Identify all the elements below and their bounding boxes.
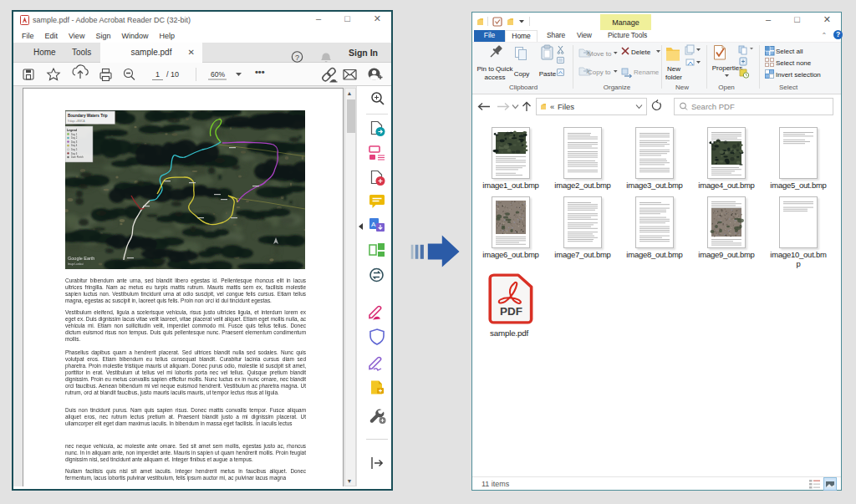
- svg-text:«: «: [550, 102, 554, 111]
- svg-text:Day 5: Day 5: [71, 148, 78, 151]
- svg-text:60%: 60%: [211, 70, 225, 79]
- svg-text:Clipboard: Clipboard: [509, 84, 538, 91]
- svg-text:Day 1: Day 1: [71, 133, 78, 136]
- svg-text:New: New: [667, 65, 680, 73]
- svg-text:?: ?: [295, 53, 299, 62]
- svg-text:Paste: Paste: [539, 70, 557, 78]
- svg-text:Rename: Rename: [634, 69, 660, 76]
- svg-text:Boundary Waters Trip: Boundary Waters Trip: [68, 114, 108, 118]
- svg-text:Invert selection: Invert selection: [776, 71, 821, 79]
- svg-text:Google Earth: Google Earth: [68, 256, 94, 261]
- svg-text:1: 1: [155, 70, 160, 79]
- svg-text:Delete: Delete: [631, 48, 651, 56]
- svg-text:PDF: PDF: [500, 306, 522, 318]
- svg-text:•••: •••: [255, 67, 265, 77]
- svg-text:Select all: Select all: [776, 48, 803, 55]
- svg-text:Open: Open: [718, 84, 735, 91]
- svg-text:Copy to: Copy to: [588, 69, 611, 76]
- svg-text:Day 3: Day 3: [71, 140, 78, 144]
- svg-text:/ 10: / 10: [166, 70, 179, 79]
- svg-text:folder: folder: [665, 74, 682, 81]
- svg-text:Pin to Quick: Pin to Quick: [476, 65, 513, 73]
- svg-text:Organize: Organize: [604, 84, 631, 91]
- svg-text:A: A: [371, 221, 376, 228]
- svg-text:access: access: [485, 74, 506, 81]
- svg-text:Dam Portch: Dam Portch: [71, 155, 84, 159]
- svg-text:Move to: Move to: [588, 50, 612, 58]
- svg-text:Day 2: Day 2: [71, 136, 78, 140]
- svg-text:Day 6: Day 6: [71, 152, 78, 155]
- svg-text:Day 4: Day 4: [71, 144, 78, 147]
- svg-text:Select: Select: [779, 84, 798, 91]
- svg-text:9 days +BWCA: 9 days +BWCA: [68, 120, 84, 123]
- svg-text:Search PDF: Search PDF: [691, 102, 735, 111]
- svg-text:Legend: Legend: [67, 129, 77, 132]
- svg-text:Properties: Properties: [712, 64, 742, 72]
- svg-text:Files: Files: [558, 102, 574, 111]
- svg-text:Image Landsat: Image Landsat: [68, 262, 84, 266]
- svg-text:Copy: Copy: [514, 70, 530, 78]
- svg-text:New: New: [675, 84, 689, 91]
- svg-text:Select none: Select none: [776, 59, 812, 67]
